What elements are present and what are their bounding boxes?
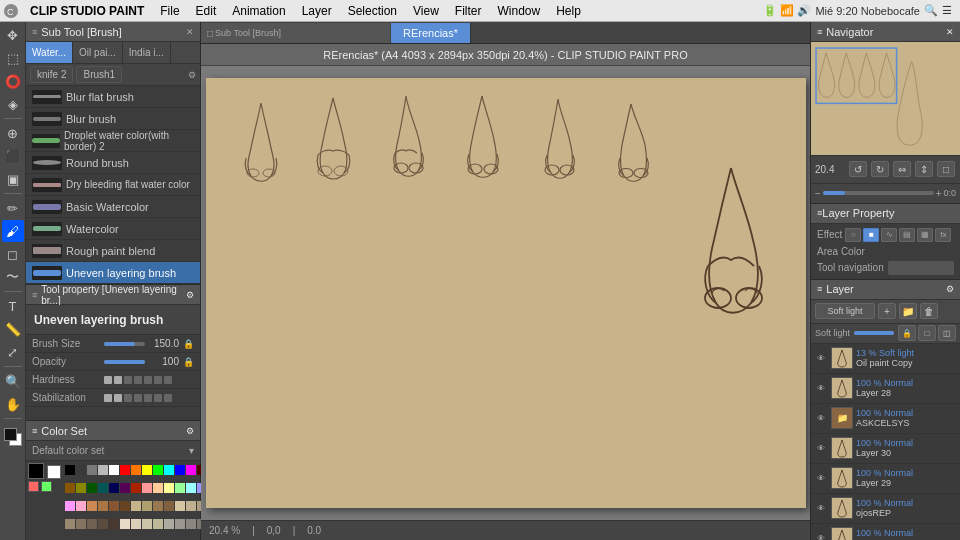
- stab-dot-5[interactable]: [154, 394, 162, 402]
- palette-swatch[interactable]: [175, 483, 185, 493]
- tool-hand[interactable]: ✋: [2, 393, 24, 415]
- palette-swatch[interactable]: [142, 465, 152, 475]
- layer-mask-icon[interactable]: □: [918, 325, 936, 341]
- layer-clip-icon[interactable]: ◫: [938, 325, 956, 341]
- fg-color-swatch[interactable]: [28, 463, 44, 479]
- stab-dot-0[interactable]: [104, 394, 112, 402]
- color-set-menu[interactable]: ▾: [189, 445, 194, 456]
- stab-dot-4[interactable]: [144, 394, 152, 402]
- subtool-item-2[interactable]: Droplet water color(with border) 2: [26, 130, 200, 152]
- palette-swatch[interactable]: [164, 501, 174, 511]
- nav-flip-h[interactable]: ⇔: [893, 161, 911, 177]
- tool-nav-bar[interactable]: [888, 261, 954, 275]
- palette-swatch[interactable]: [175, 501, 185, 511]
- layer-visibility-toggle[interactable]: 👁: [814, 381, 828, 395]
- palette-swatch[interactable]: [131, 519, 141, 529]
- tool-brush[interactable]: 🖌: [2, 220, 24, 242]
- effect-icon-fx[interactable]: fx: [935, 228, 951, 242]
- search-icon[interactable]: 🔍: [924, 4, 938, 17]
- menu-window[interactable]: Window: [490, 2, 549, 20]
- hardness-dots[interactable]: [104, 376, 172, 384]
- nav-minus-icon[interactable]: −: [815, 188, 821, 199]
- hardness-dot-4[interactable]: [144, 376, 152, 384]
- palette-swatch[interactable]: [186, 501, 196, 511]
- menu-view[interactable]: View: [405, 2, 447, 20]
- palette-swatch[interactable]: [142, 501, 152, 511]
- palette-swatch[interactable]: [153, 501, 163, 511]
- menu-animation[interactable]: Animation: [224, 2, 293, 20]
- palette-swatch[interactable]: [98, 465, 108, 475]
- subtool-item-4[interactable]: Dry bleeding flat water color: [26, 174, 200, 196]
- opacity-slider[interactable]: [104, 360, 145, 364]
- palette-swatch[interactable]: [164, 465, 174, 475]
- tool-zoom[interactable]: 🔍: [2, 370, 24, 392]
- nav-rotate-right[interactable]: ↻: [871, 161, 889, 177]
- nav-flip-v[interactable]: ⇕: [915, 161, 933, 177]
- subtool-tab-oil[interactable]: Oil pai...: [73, 42, 123, 63]
- palette-swatch[interactable]: [153, 519, 163, 529]
- palette-swatch[interactable]: [109, 519, 119, 529]
- layer-item[interactable]: 👁100 % NormalLayer 26: [811, 524, 960, 540]
- palette-swatch[interactable]: [186, 483, 196, 493]
- nav-plus-icon[interactable]: +: [936, 188, 942, 199]
- palette-swatch[interactable]: [164, 483, 174, 493]
- subtool-item-0[interactable]: Blur flat brush: [26, 86, 200, 108]
- subtool-item-1[interactable]: Blur brush: [26, 108, 200, 130]
- palette-swatch[interactable]: [120, 465, 130, 475]
- subtool-item-6[interactable]: Watercolor: [26, 218, 200, 240]
- subtool-settings-icon[interactable]: ⚙: [188, 70, 196, 80]
- subtool-item-5[interactable]: Basic Watercolor: [26, 196, 200, 218]
- palette-swatch[interactable]: [109, 501, 119, 511]
- canvas-tab-referencias[interactable]: RErencias*: [391, 23, 471, 43]
- effect-icon-wave[interactable]: ∿: [881, 228, 897, 242]
- hardness-dot-1[interactable]: [114, 376, 122, 384]
- layer-item[interactable]: 👁13 % Soft lightOil paint Copy: [811, 344, 960, 374]
- hardness-dot-0[interactable]: [104, 376, 112, 384]
- palette-swatch[interactable]: [142, 483, 152, 493]
- layer-item[interactable]: 👁100 % NormalojosREP: [811, 494, 960, 524]
- menu-selection[interactable]: Selection: [340, 2, 405, 20]
- color-settings-icon[interactable]: ⚙: [186, 426, 194, 436]
- menu-filter[interactable]: Filter: [447, 2, 490, 20]
- hardness-dot-6[interactable]: [164, 376, 172, 384]
- layer-visibility-toggle[interactable]: 👁: [814, 441, 828, 455]
- nav-preview[interactable]: [811, 42, 960, 155]
- nav-zoom-slider[interactable]: [823, 191, 934, 195]
- effect-icon-circle[interactable]: ○: [845, 228, 861, 242]
- nav-close[interactable]: ✕: [946, 27, 954, 37]
- hardness-dot-2[interactable]: [124, 376, 132, 384]
- stab-dot-2[interactable]: [124, 394, 132, 402]
- canvas-viewport[interactable]: [201, 66, 810, 520]
- toolprop-settings-icon[interactable]: ⚙: [186, 290, 194, 300]
- canvas-drawing-area[interactable]: [206, 78, 806, 508]
- palette-swatch[interactable]: [87, 519, 97, 529]
- layer-visibility-toggle[interactable]: 👁: [814, 501, 828, 515]
- palette-swatch[interactable]: [65, 465, 75, 475]
- menu-edit[interactable]: Edit: [188, 2, 225, 20]
- layer-blend-mode-dropdown[interactable]: Soft light: [815, 303, 875, 319]
- tool-fill[interactable]: ⬛: [2, 145, 24, 167]
- palette-swatch[interactable]: [131, 501, 141, 511]
- menu-file[interactable]: File: [152, 2, 187, 20]
- palette-swatch[interactable]: [76, 501, 86, 511]
- subtool-item-8[interactable]: Uneven layering brush: [26, 262, 200, 284]
- brushsize-slider[interactable]: [104, 342, 145, 346]
- sub-tab-brush1[interactable]: Brush1: [76, 66, 122, 83]
- layer-visibility-toggle[interactable]: 👁: [814, 351, 828, 365]
- layer-item[interactable]: 👁📁100 % NormalASKCELSYS: [811, 404, 960, 434]
- palette-swatch[interactable]: [186, 519, 196, 529]
- menu-help[interactable]: Help: [548, 2, 589, 20]
- tool-blend[interactable]: 〜: [2, 266, 24, 288]
- stab-dot-3[interactable]: [134, 394, 142, 402]
- sub-tab-knife[interactable]: knife 2: [30, 66, 73, 83]
- palette-swatch[interactable]: [120, 483, 130, 493]
- opacity-lock-icon[interactable]: 🔒: [183, 357, 194, 367]
- palette-swatch[interactable]: [131, 465, 141, 475]
- palette-swatch[interactable]: [109, 483, 119, 493]
- palette-swatch[interactable]: [164, 519, 174, 529]
- palette-swatch[interactable]: [76, 465, 86, 475]
- layer-visibility-toggle[interactable]: 👁: [814, 411, 828, 425]
- hardness-dot-3[interactable]: [134, 376, 142, 384]
- hardness-dot-5[interactable]: [154, 376, 162, 384]
- tool-layer-move[interactable]: ⤢: [2, 341, 24, 363]
